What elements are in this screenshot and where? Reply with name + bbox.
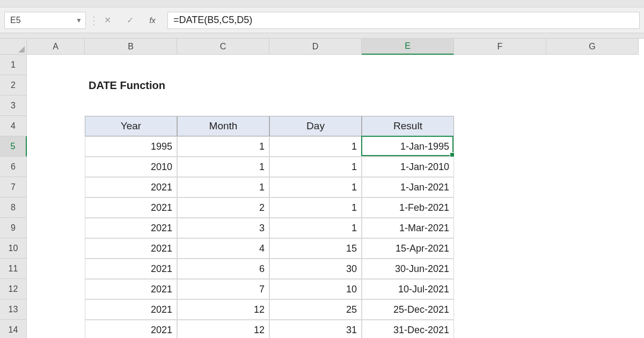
table-cell[interactable]: 1 [269,157,362,177]
table-cell[interactable]: 6 [177,259,269,279]
cell-A1[interactable] [27,55,85,75]
cell-A5[interactable] [27,136,85,157]
table-cell[interactable]: 30-Jun-2021 [362,259,454,279]
table-cell[interactable]: 15 [269,238,362,259]
col-header-E[interactable]: E [362,39,454,55]
table-cell[interactable]: 31-Dec-2021 [362,320,454,338]
table-cell[interactable]: 1 [177,177,269,197]
table-cell[interactable]: 31 [269,320,362,338]
cell-A11[interactable] [27,259,85,279]
select-all-corner[interactable] [0,39,27,55]
cell-F7[interactable] [454,177,546,197]
cell-G13[interactable] [546,299,639,320]
table-cell[interactable]: 25 [269,299,362,320]
row-header-3[interactable]: 3 [0,95,27,116]
table-cell[interactable]: 2021 [85,197,177,218]
row-header-1[interactable]: 1 [0,55,27,75]
cancel-icon[interactable]: ✕ [102,15,113,25]
table-cell[interactable]: 4 [177,238,269,259]
chevron-down-icon[interactable]: ▼ [76,17,82,24]
cell-C1[interactable] [177,55,269,75]
table-cell[interactable]: 1 [269,218,362,238]
cell-A10[interactable] [27,238,85,259]
spreadsheet-grid[interactable]: ABCDEFG12DATE Function34YearMonthDayResu… [0,39,644,338]
table-cell[interactable]: 1 [177,157,269,177]
col-header-C[interactable]: C [177,39,269,55]
cell-A7[interactable] [27,177,85,197]
table-cell[interactable]: 1995 [85,136,177,157]
table-cell[interactable]: 1 [269,136,362,157]
name-box[interactable]: E5 ▼ [4,12,86,29]
cell-G5[interactable] [546,136,639,157]
cell-A13[interactable] [27,299,85,320]
cell-A3[interactable] [27,95,85,116]
table-cell[interactable]: 1-Feb-2021 [362,197,454,218]
table-cell[interactable]: 7 [177,279,269,299]
cell-F6[interactable] [454,157,546,177]
formula-input[interactable]: =DATE(B5,C5,D5) [167,12,640,29]
cell-A12[interactable] [27,279,85,299]
cell-C2[interactable] [177,75,269,95]
col-header-G[interactable]: G [546,39,639,55]
table-header-result[interactable]: Result [362,116,454,136]
cell-F14[interactable] [454,320,546,338]
cell-F13[interactable] [454,299,546,320]
cell-E3[interactable] [362,95,454,116]
cell-E1[interactable] [362,55,454,75]
cell-G12[interactable] [546,279,639,299]
cell-F10[interactable] [454,238,546,259]
cell-F4[interactable] [454,116,546,136]
cell-G2[interactable] [546,75,639,95]
cell-G6[interactable] [546,157,639,177]
cell-D1[interactable] [269,55,362,75]
row-header-12[interactable]: 12 [0,279,27,299]
page-title[interactable]: DATE Function [85,75,177,95]
cell-D2[interactable] [269,75,362,95]
table-header-day[interactable]: Day [269,116,362,136]
row-header-10[interactable]: 10 [0,238,27,259]
row-header-11[interactable]: 11 [0,259,27,279]
row-header-13[interactable]: 13 [0,299,27,320]
table-cell[interactable]: 1-Mar-2021 [362,218,454,238]
cell-G8[interactable] [546,197,639,218]
cell-D3[interactable] [269,95,362,116]
cell-F12[interactable] [454,279,546,299]
cell-B1[interactable] [85,55,177,75]
cell-G1[interactable] [546,55,639,75]
cell-G3[interactable] [546,95,639,116]
table-cell[interactable]: 2021 [85,218,177,238]
row-header-7[interactable]: 7 [0,177,27,197]
table-cell[interactable]: 2 [177,197,269,218]
table-cell[interactable]: 2021 [85,238,177,259]
table-cell[interactable]: 30 [269,259,362,279]
cell-A9[interactable] [27,218,85,238]
cell-G7[interactable] [546,177,639,197]
row-header-8[interactable]: 8 [0,197,27,218]
row-header-9[interactable]: 9 [0,218,27,238]
cell-G11[interactable] [546,259,639,279]
cell-G9[interactable] [546,218,639,238]
table-cell[interactable]: 1-Jan-2010 [362,157,454,177]
table-cell[interactable]: 12 [177,299,269,320]
col-header-F[interactable]: F [454,39,546,55]
cell-A6[interactable] [27,157,85,177]
cell-F2[interactable] [454,75,546,95]
table-cell[interactable]: 1 [269,177,362,197]
cell-A4[interactable] [27,116,85,136]
cell-F11[interactable] [454,259,546,279]
table-cell[interactable]: 1-Jan-1995 [362,136,454,157]
fx-icon[interactable]: fx [147,16,158,25]
col-header-D[interactable]: D [269,39,362,55]
table-cell[interactable]: 1 [269,197,362,218]
cell-G14[interactable] [546,320,639,338]
col-header-B[interactable]: B [85,39,177,55]
cell-A8[interactable] [27,197,85,218]
cell-E2[interactable] [362,75,454,95]
cell-G4[interactable] [546,116,639,136]
row-header-2[interactable]: 2 [0,75,27,95]
table-cell[interactable]: 3 [177,218,269,238]
table-header-year[interactable]: Year [85,116,177,136]
table-cell[interactable]: 2021 [85,177,177,197]
row-header-6[interactable]: 6 [0,157,27,177]
cell-F5[interactable] [454,136,546,157]
